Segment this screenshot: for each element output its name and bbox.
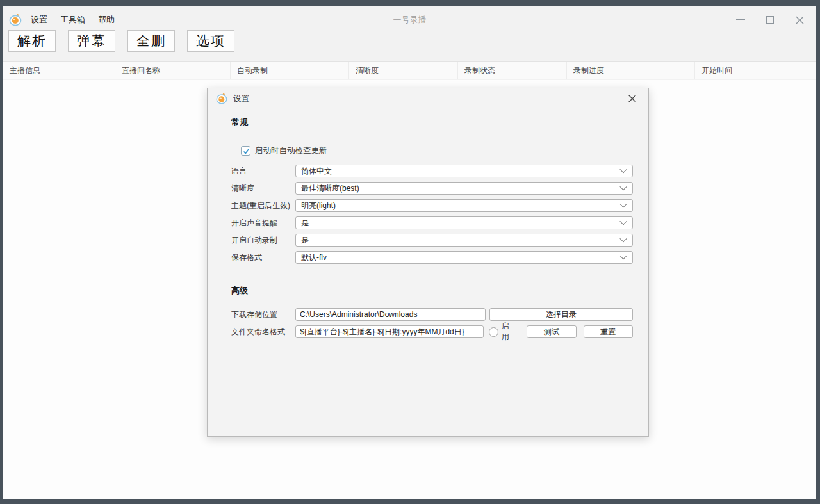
- quality-value: 最佳清晰度(best): [301, 183, 359, 194]
- column-header-quality[interactable]: 清晰度: [349, 62, 458, 79]
- download-location-input[interactable]: [295, 308, 486, 321]
- close-icon: [795, 15, 805, 25]
- menu-item-settings[interactable]: 设置: [27, 12, 51, 28]
- window-title: 一号录播: [3, 8, 816, 31]
- download-location-label: 下载存储位置: [231, 309, 295, 320]
- theme-select[interactable]: 明亮(light): [295, 199, 633, 212]
- column-header-room-name[interactable]: 直播间名称: [115, 62, 231, 79]
- column-header-streamer-info[interactable]: 主播信息: [3, 62, 115, 79]
- app-icon: [216, 93, 227, 104]
- menu-item-toolbox[interactable]: 工具箱: [56, 12, 89, 28]
- sound-alert-select[interactable]: 是: [295, 216, 633, 229]
- menu-item-help[interactable]: 帮助: [94, 12, 119, 28]
- dialog-titlebar: 设置: [208, 88, 648, 109]
- quality-label: 清晰度: [231, 183, 295, 194]
- column-header-record-status[interactable]: 录制状态: [458, 62, 567, 79]
- window-controls: [735, 8, 805, 31]
- dialog-content: 常规 启动时自动检查更新 语言 简体中文: [208, 117, 648, 338]
- save-format-value: 默认-flv: [301, 252, 327, 263]
- auto-update-row: 启动时自动检查更新: [241, 145, 633, 156]
- sound-alert-row: 开启声音提醒 是: [231, 216, 633, 229]
- options-button[interactable]: 选项: [187, 30, 234, 52]
- enable-format-radio[interactable]: [489, 327, 498, 337]
- choose-directory-button[interactable]: 选择目录: [489, 308, 633, 321]
- language-value: 简体中文: [301, 166, 332, 177]
- chevron-down-icon: [619, 252, 627, 259]
- folder-format-row: 文件夹命名格式 启用 测试 重置: [231, 325, 633, 338]
- maximize-button[interactable]: [765, 15, 775, 25]
- maximize-icon: [766, 16, 774, 24]
- advanced-section-title: 高级: [231, 286, 633, 295]
- close-icon: [628, 94, 637, 103]
- check-icon: [242, 147, 250, 156]
- auto-record-row: 开启自动录制 是: [231, 234, 633, 247]
- minimize-button[interactable]: [735, 15, 746, 25]
- chevron-down-icon: [619, 183, 627, 190]
- table-header: 主播信息 直播间名称 自动录制 清晰度 录制状态 录制进度 开始时间: [3, 61, 816, 79]
- dialog-close-button[interactable]: [627, 93, 638, 104]
- theme-value: 明亮(light): [301, 200, 336, 211]
- test-format-button[interactable]: 测试: [527, 325, 576, 338]
- dialog-title: 设置: [233, 93, 249, 104]
- enable-format-label: 启用: [502, 321, 517, 343]
- language-select[interactable]: 简体中文: [295, 165, 633, 177]
- theme-row: 主题(重启后生效) 明亮(light): [231, 199, 633, 212]
- chevron-down-icon: [619, 200, 627, 207]
- reset-format-button[interactable]: 重置: [584, 325, 633, 338]
- sound-alert-value: 是: [301, 218, 309, 229]
- minimize-icon: [736, 19, 745, 20]
- theme-label: 主题(重启后生效): [231, 200, 295, 211]
- menu-items: 设置 工具箱 帮助: [27, 12, 124, 28]
- menu-bar: 设置 工具箱 帮助 一号录播: [3, 8, 816, 31]
- save-format-select[interactable]: 默认-flv: [295, 251, 633, 264]
- auto-record-value: 是: [301, 235, 309, 246]
- chevron-down-icon: [619, 234, 627, 241]
- folder-format-label: 文件夹命名格式: [231, 327, 295, 337]
- save-format-label: 保存格式: [231, 252, 295, 263]
- auto-record-select[interactable]: 是: [295, 234, 633, 247]
- save-format-row: 保存格式 默认-flv: [231, 251, 633, 264]
- toolbar: 解析 弹幕 全删 选项: [8, 30, 234, 52]
- parse-button[interactable]: 解析: [8, 30, 56, 52]
- danmaku-button[interactable]: 弹幕: [68, 30, 115, 52]
- column-header-record-progress[interactable]: 录制进度: [567, 62, 695, 79]
- chevron-down-icon: [619, 165, 627, 172]
- download-location-row: 下载存储位置 选择目录: [231, 308, 633, 321]
- app-icon: [9, 13, 22, 26]
- language-label: 语言: [231, 166, 295, 177]
- settings-dialog: 设置 常规 启动时自动检查更新: [207, 88, 649, 437]
- chevron-down-icon: [619, 217, 627, 224]
- auto-update-label: 启动时自动检查更新: [255, 145, 327, 156]
- quality-select[interactable]: 最佳清晰度(best): [295, 182, 633, 195]
- language-row: 语言 简体中文: [231, 165, 633, 177]
- folder-format-input[interactable]: [295, 325, 484, 338]
- auto-update-checkbox[interactable]: [241, 146, 250, 156]
- column-header-start-time[interactable]: 开始时间: [695, 62, 816, 79]
- auto-record-label: 开启自动录制: [231, 235, 295, 246]
- delete-all-button[interactable]: 全删: [127, 30, 175, 52]
- main-window: 设置 工具箱 帮助 一号录播: [3, 6, 816, 499]
- close-button[interactable]: [794, 15, 805, 25]
- quality-row: 清晰度 最佳清晰度(best): [231, 182, 633, 195]
- window-frame: 设置 工具箱 帮助 一号录播: [0, 0, 820, 504]
- general-section-title: 常规: [231, 117, 633, 127]
- column-header-auto-record[interactable]: 自动录制: [231, 62, 349, 79]
- sound-alert-label: 开启声音提醒: [231, 218, 295, 229]
